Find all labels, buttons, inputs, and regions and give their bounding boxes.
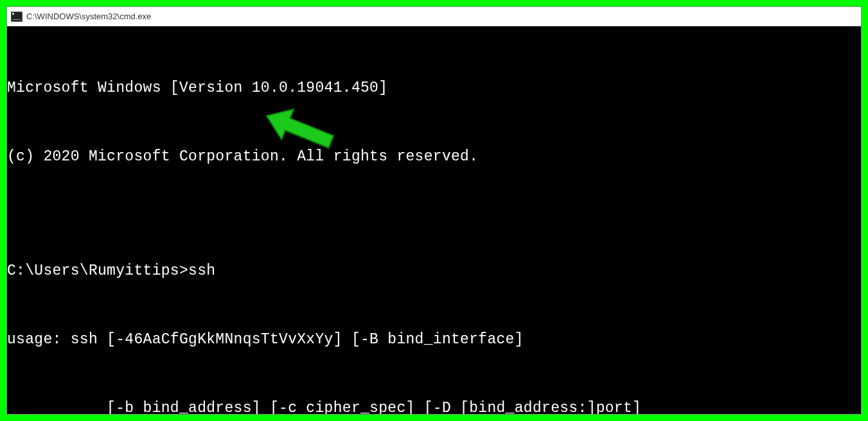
- cmd-window: C:\WINDOWS\system32\cmd.exe Microsoft Wi…: [6, 6, 862, 415]
- terminal-area[interactable]: Microsoft Windows [Version 10.0.19041.45…: [7, 26, 861, 414]
- terminal-line: (c) 2020 Microsoft Corporation. All righ…: [7, 146, 861, 169]
- titlebar[interactable]: C:\WINDOWS\system32\cmd.exe: [7, 7, 861, 26]
- window-title: C:\WINDOWS\system32\cmd.exe: [26, 12, 151, 21]
- terminal-line: C:\Users\Rumyittips>ssh: [7, 260, 861, 283]
- terminal-line: Microsoft Windows [Version 10.0.19041.45…: [7, 77, 861, 100]
- terminal-line: usage: ssh [-46AaCfGgKkMNnqsTtVvXxYy] [-…: [7, 329, 861, 352]
- terminal-line: [-b bind_address] [-c cipher_spec] [-D […: [7, 397, 861, 414]
- arrow-annotation-icon: [258, 107, 341, 151]
- cmd-icon: [11, 12, 22, 22]
